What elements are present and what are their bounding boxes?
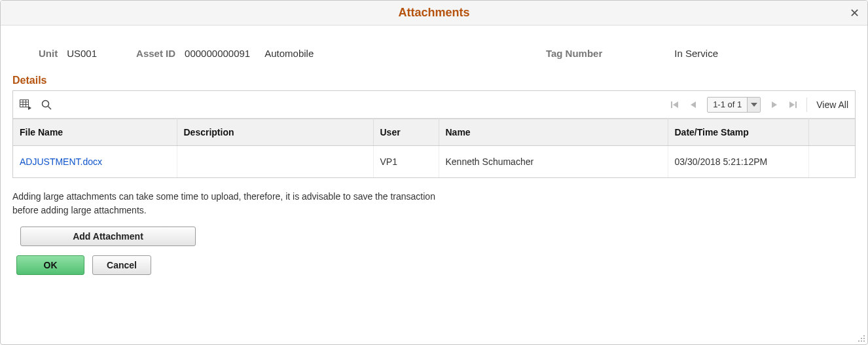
svg-rect-8 [671, 101, 672, 108]
svg-rect-14 [795, 101, 797, 108]
cell-datetime: 03/30/2018 5:21:12PM [668, 146, 808, 178]
table-header-row: File Name Description User Name Date/Tim… [13, 119, 855, 146]
view-all-link[interactable]: View All [816, 100, 848, 110]
action-button-row: OK Cancel [16, 255, 856, 275]
add-attachment-button[interactable]: Add Attachment [20, 227, 196, 246]
unit-value: US001 [67, 48, 97, 59]
col-name[interactable]: Name [439, 119, 668, 146]
svg-marker-11 [751, 103, 757, 107]
col-user[interactable]: User [373, 119, 439, 146]
details-section-title: Details [12, 75, 856, 90]
last-page-icon[interactable] [788, 100, 797, 109]
close-icon[interactable]: ✕ [850, 7, 859, 19]
cell-description [177, 146, 373, 178]
asset-id-value: 000000000091 [185, 48, 250, 59]
asset-id-label: Asset ID [136, 48, 175, 59]
cell-empty [808, 146, 855, 178]
svg-point-17 [863, 338, 865, 339]
details-grid: 1-1 of 1 View All [12, 90, 856, 178]
row-counter-label: 1-1 of 1 [708, 98, 747, 112]
asset-description: Automobile [264, 48, 314, 59]
search-icon[interactable] [41, 99, 52, 111]
attachments-modal: Attachments ✕ Unit US001 Asset ID 000000… [0, 0, 868, 345]
toolbar-divider [806, 98, 807, 112]
modal-header: Attachments ✕ [1, 1, 867, 26]
row-counter[interactable]: 1-1 of 1 [707, 97, 761, 113]
col-datetime[interactable]: Date/Time Stamp [668, 119, 808, 146]
grid-toolbar-left [20, 99, 52, 111]
svg-point-18 [858, 340, 859, 342]
asset-info-row: Unit US001 Asset ID 000000000091 Automob… [12, 37, 856, 75]
svg-point-6 [43, 100, 49, 107]
prev-page-icon[interactable] [689, 100, 698, 109]
cell-name: Kenneth Schumacher [439, 146, 668, 178]
status-value: In Service [674, 48, 718, 59]
chevron-down-icon[interactable] [747, 98, 760, 112]
svg-line-7 [48, 106, 52, 109]
grid-settings-icon[interactable] [20, 99, 31, 111]
cell-user: VP1 [373, 146, 439, 178]
attachments-table: File Name Description User Name Date/Tim… [13, 118, 855, 177]
cancel-button[interactable]: Cancel [92, 255, 151, 275]
next-page-icon[interactable] [770, 100, 779, 109]
table-row: ADJUSTMENT.docx VP1 Kenneth Schumacher 0… [13, 146, 855, 178]
svg-point-15 [863, 335, 865, 336]
svg-marker-10 [691, 101, 696, 108]
modal-title: Attachments [398, 6, 469, 20]
resize-grip-icon[interactable] [856, 333, 865, 342]
col-description[interactable]: Description [177, 119, 373, 146]
first-page-icon[interactable] [670, 100, 679, 109]
svg-rect-0 [20, 100, 29, 107]
tag-number-label: Tag Number [546, 48, 602, 59]
svg-marker-5 [28, 106, 31, 110]
svg-point-16 [861, 338, 862, 339]
svg-marker-9 [673, 101, 678, 108]
svg-marker-12 [772, 101, 777, 108]
ok-button[interactable]: OK [16, 255, 84, 275]
file-name-link[interactable]: ADJUSTMENT.docx [13, 146, 177, 178]
grid-toolbar: 1-1 of 1 View All [13, 91, 855, 118]
svg-point-20 [863, 340, 865, 342]
svg-point-19 [861, 340, 862, 342]
modal-body: Unit US001 Asset ID 000000000091 Automob… [1, 26, 867, 275]
upload-note: Adding large attachments can take some t… [12, 178, 438, 227]
col-empty [808, 119, 855, 146]
svg-marker-13 [789, 101, 795, 108]
unit-label: Unit [39, 48, 58, 59]
col-file-name[interactable]: File Name [13, 119, 177, 146]
grid-toolbar-right: 1-1 of 1 View All [670, 97, 848, 113]
